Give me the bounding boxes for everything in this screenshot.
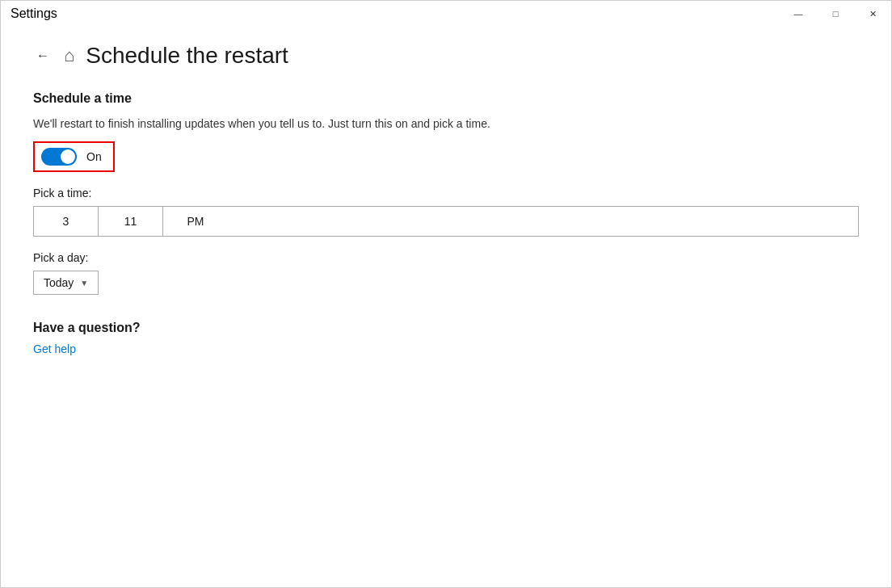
toggle-slider bbox=[41, 148, 77, 166]
toggle-label: On bbox=[86, 150, 102, 163]
time-picker: 3 11 PM bbox=[33, 206, 859, 237]
get-help-link[interactable]: Get help bbox=[33, 342, 76, 355]
toggle-switch[interactable] bbox=[41, 148, 77, 166]
home-icon: ⌂ bbox=[64, 45, 74, 66]
time-period[interactable]: PM bbox=[163, 207, 228, 236]
page-title: Schedule the restart bbox=[86, 43, 288, 69]
maximize-button[interactable]: □ bbox=[817, 1, 854, 27]
pick-day-label: Pick a day: bbox=[33, 251, 859, 264]
title-bar: Settings — □ ✕ bbox=[1, 1, 891, 27]
time-minute[interactable]: 11 bbox=[99, 207, 163, 236]
chevron-down-icon: ▼ bbox=[80, 279, 88, 288]
main-content: ← ⌂ Schedule the restart Schedule a time… bbox=[1, 27, 891, 587]
content-area: ← ⌂ Schedule the restart Schedule a time… bbox=[1, 27, 891, 587]
minimize-button[interactable]: — bbox=[780, 1, 817, 27]
toggle-container: On bbox=[33, 141, 115, 172]
title-bar-controls: — □ ✕ bbox=[780, 1, 891, 27]
window: Settings — □ ✕ ← ⌂ Schedule the restart … bbox=[0, 0, 892, 588]
title-bar-title: Settings bbox=[11, 6, 57, 21]
time-hour[interactable]: 3 bbox=[34, 207, 99, 236]
section-title: Schedule a time bbox=[33, 91, 859, 106]
pick-time-label: Pick a time: bbox=[33, 187, 859, 200]
day-dropdown[interactable]: Today ▼ bbox=[33, 271, 99, 295]
title-bar-left: Settings bbox=[11, 6, 57, 21]
back-button[interactable]: ← bbox=[33, 45, 53, 66]
page-header: ← ⌂ Schedule the restart bbox=[33, 43, 859, 69]
description-text: We'll restart to finish installing updat… bbox=[33, 117, 859, 130]
question-title: Have a question? bbox=[33, 321, 859, 335]
day-value: Today bbox=[44, 276, 74, 289]
close-button[interactable]: ✕ bbox=[854, 1, 891, 27]
